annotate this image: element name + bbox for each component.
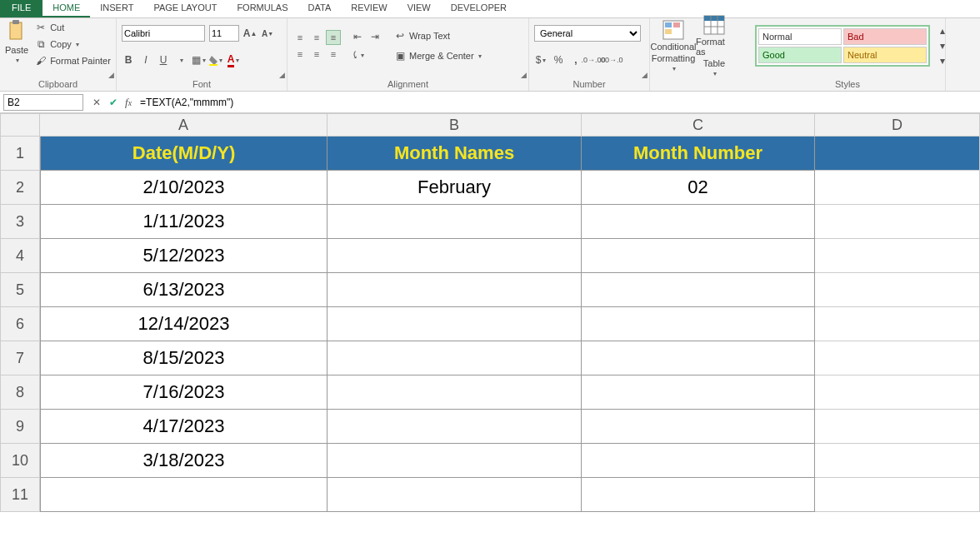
cell-D2[interactable]: [815, 171, 980, 205]
cell-D7[interactable]: [815, 341, 980, 375]
font-family-combo[interactable]: [122, 25, 205, 42]
wrap-text-button[interactable]: ↩Wrap Text: [392, 28, 483, 43]
cell-A4[interactable]: 5/12/2023: [40, 239, 328, 273]
tab-data[interactable]: DATA: [298, 0, 342, 17]
number-format-combo[interactable]: General: [534, 25, 641, 42]
underline-button[interactable]: U: [157, 53, 170, 67]
gallery-down-icon[interactable]: ▾: [936, 39, 949, 52]
cell-A6[interactable]: 12/14/2023: [40, 307, 328, 341]
cut-button[interactable]: ✂Cut: [32, 20, 112, 35]
col-header-B[interactable]: B: [328, 113, 582, 137]
cell-C10[interactable]: [582, 444, 815, 478]
align-middle-icon[interactable]: ≡: [309, 30, 324, 45]
increase-indent-icon[interactable]: ⇥: [368, 30, 382, 43]
align-center-icon[interactable]: ≡: [309, 47, 324, 62]
tab-view[interactable]: VIEW: [398, 0, 441, 17]
row-header-4[interactable]: 4: [0, 239, 40, 273]
tab-file[interactable]: FILE: [0, 0, 42, 17]
accounting-format-icon[interactable]: $: [534, 53, 548, 67]
align-left-icon[interactable]: ≡: [292, 47, 308, 62]
name-box[interactable]: [3, 94, 83, 111]
tab-page-layout[interactable]: PAGE LAYOUT: [143, 0, 227, 17]
enter-formula-icon[interactable]: ✔: [105, 97, 122, 108]
cell-B9[interactable]: [328, 410, 582, 444]
cell-A10[interactable]: 3/18/2023: [40, 444, 328, 478]
format-painter-button[interactable]: 🖌Format Painter: [32, 53, 112, 68]
cell-B3[interactable]: [328, 205, 582, 239]
cancel-formula-icon[interactable]: ✕: [88, 97, 105, 108]
cell-B1[interactable]: Month Names: [328, 137, 582, 171]
row-header-3[interactable]: 3: [0, 205, 40, 239]
tab-review[interactable]: REVIEW: [341, 0, 397, 17]
font-size-combo[interactable]: [209, 25, 239, 42]
row-header-11[interactable]: 11: [0, 478, 40, 512]
col-header-C[interactable]: C: [582, 113, 815, 137]
cell-A9[interactable]: 4/17/2023: [40, 410, 328, 444]
cell-D11[interactable]: [815, 478, 980, 512]
tab-home[interactable]: HOME: [42, 0, 90, 17]
align-top-icon[interactable]: ≡: [292, 30, 308, 45]
cell-D4[interactable]: [815, 239, 980, 273]
clipboard-dialog-icon[interactable]: ◢: [108, 71, 114, 79]
cell-C11[interactable]: [582, 478, 815, 512]
cell-B6[interactable]: [328, 307, 582, 341]
cell-C7[interactable]: [582, 341, 815, 375]
paste-button[interactable]: Paste: [5, 20, 28, 64]
cell-A2[interactable]: 2/10/2023: [40, 171, 328, 205]
tab-insert[interactable]: INSERT: [90, 0, 143, 17]
cell-D9[interactable]: [815, 410, 980, 444]
underline-dd[interactable]: [174, 53, 188, 67]
gallery-more-icon[interactable]: ▾: [936, 54, 949, 67]
row-header-1[interactable]: 1: [0, 137, 40, 171]
cell-styles-gallery[interactable]: Normal Bad Good Neutral: [755, 25, 930, 67]
row-header-10[interactable]: 10: [0, 444, 40, 478]
number-dialog-icon[interactable]: ◢: [642, 71, 648, 79]
row-header-6[interactable]: 6: [0, 307, 40, 341]
alignment-dialog-icon[interactable]: ◢: [521, 71, 527, 79]
formula-bar[interactable]: [135, 94, 980, 111]
cell-A11[interactable]: [40, 478, 328, 512]
tab-formulas[interactable]: FORMULAS: [227, 0, 298, 17]
cell-B2[interactable]: February: [328, 171, 582, 205]
cell-C2[interactable]: 02: [582, 171, 815, 205]
cell-A7[interactable]: 8/15/2023: [40, 341, 328, 375]
italic-button[interactable]: I: [139, 53, 152, 67]
cell-A8[interactable]: 7/16/2023: [40, 375, 328, 410]
bold-button[interactable]: B: [122, 53, 135, 67]
cell-D5[interactable]: [815, 273, 980, 307]
vertical-horizontal-align[interactable]: ≡≡≡ ≡≡≡: [292, 30, 341, 62]
fill-color-button[interactable]: [209, 53, 222, 67]
row-header-2[interactable]: 2: [0, 171, 40, 205]
cell-D6[interactable]: [815, 307, 980, 341]
orientation-icon[interactable]: ⤹: [351, 48, 364, 62]
cell-B7[interactable]: [328, 341, 582, 375]
cell-D8[interactable]: [815, 375, 980, 410]
decrease-font-icon[interactable]: A▼: [261, 27, 274, 40]
font-color-button[interactable]: A: [227, 53, 240, 67]
cell-D1[interactable]: [815, 137, 980, 171]
style-good[interactable]: Good: [758, 47, 842, 63]
copy-button[interactable]: ⧉Copy: [32, 37, 112, 52]
tab-developer[interactable]: DEVELOPER: [441, 0, 517, 17]
cell-C4[interactable]: [582, 239, 815, 273]
row-header-5[interactable]: 5: [0, 273, 40, 307]
cell-D3[interactable]: [815, 205, 980, 239]
cell-C3[interactable]: [582, 205, 815, 239]
cell-B4[interactable]: [328, 239, 582, 273]
cell-C5[interactable]: [582, 273, 815, 307]
style-normal[interactable]: Normal: [758, 28, 842, 45]
cell-A5[interactable]: 6/13/2023: [40, 273, 328, 307]
cell-C1[interactable]: Month Number: [582, 137, 815, 171]
cell-C9[interactable]: [582, 410, 815, 444]
gallery-up-icon[interactable]: ▴: [936, 24, 949, 37]
fx-icon[interactable]: fx: [122, 96, 135, 109]
format-as-table-button[interactable]: Format asTable: [696, 15, 732, 77]
col-header-D[interactable]: D: [815, 113, 980, 137]
style-bad[interactable]: Bad: [843, 28, 927, 45]
cell-C6[interactable]: [582, 307, 815, 341]
decrease-indent-icon[interactable]: ⇤: [351, 30, 364, 43]
cell-C8[interactable]: [582, 375, 815, 410]
col-header-A[interactable]: A: [40, 113, 328, 137]
cell-B8[interactable]: [328, 375, 582, 410]
align-right-icon[interactable]: ≡: [326, 47, 341, 62]
